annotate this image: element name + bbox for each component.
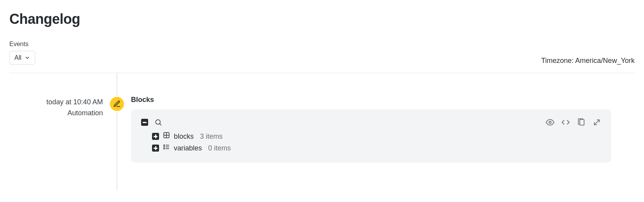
events-filter-value: All	[14, 54, 21, 61]
maximize-icon	[593, 118, 601, 127]
expand-panel-button[interactable]	[593, 118, 601, 127]
pencil-icon	[113, 100, 121, 108]
plus-square-icon	[152, 133, 159, 140]
list-icon	[163, 142, 170, 154]
events-filter-select[interactable]: All	[9, 51, 35, 65]
timezone-label: Timezone: America/New_York	[541, 57, 635, 65]
events-filter-label: Events	[9, 41, 35, 48]
controls-row: Events All Timezone: America/New_York	[9, 41, 635, 65]
svg-point-0	[156, 120, 160, 124]
plus-square-icon	[152, 145, 159, 152]
entry-meta: today at 10:40 AM Automation	[9, 89, 103, 118]
code-icon	[561, 118, 570, 127]
entry-node	[103, 89, 131, 112]
events-filter-group: Events All	[9, 41, 35, 65]
svg-point-13	[164, 148, 165, 149]
grid-icon	[163, 130, 170, 142]
copy-button[interactable]	[577, 118, 586, 127]
tree-node-count: 0 items	[208, 142, 231, 154]
view-code-button[interactable]	[561, 118, 570, 127]
svg-rect-3	[580, 120, 584, 125]
entry-timestamp: today at 10:40 AM	[9, 97, 103, 107]
collapse-all-button[interactable]	[141, 119, 148, 126]
svg-point-12	[164, 147, 165, 147]
chevron-down-icon	[25, 55, 30, 61]
entry-body: Blocks	[131, 89, 635, 163]
tree-node-key: blocks	[174, 130, 194, 142]
entry-title: Blocks	[131, 96, 611, 104]
search-button[interactable]	[154, 118, 162, 126]
json-viewer-panel: blocks 3 items variables 0 items	[131, 109, 611, 163]
tree-node-variables[interactable]: variables 0 items	[152, 142, 601, 154]
changelog-timeline: today at 10:40 AM Automation Blocks	[9, 73, 635, 190]
search-icon	[154, 118, 162, 126]
view-raw-button[interactable]	[546, 118, 554, 127]
edit-marker	[109, 96, 125, 112]
svg-line-1	[160, 124, 161, 125]
page-title: Changelog	[9, 11, 635, 27]
changelog-entry: today at 10:40 AM Automation Blocks	[9, 89, 635, 163]
eye-icon	[546, 118, 554, 127]
json-toolbar	[141, 118, 601, 127]
entry-actor: Automation	[9, 107, 103, 118]
svg-point-11	[164, 145, 165, 145]
tree-node-key: variables	[174, 142, 202, 154]
minus-square-icon	[141, 119, 148, 126]
tree-node-count: 3 items	[200, 130, 223, 142]
svg-point-2	[549, 121, 551, 123]
json-tree: blocks 3 items variables 0 items	[141, 130, 601, 154]
clipboard-icon	[577, 118, 586, 127]
svg-line-4	[594, 120, 600, 125]
tree-node-blocks[interactable]: blocks 3 items	[152, 130, 601, 142]
